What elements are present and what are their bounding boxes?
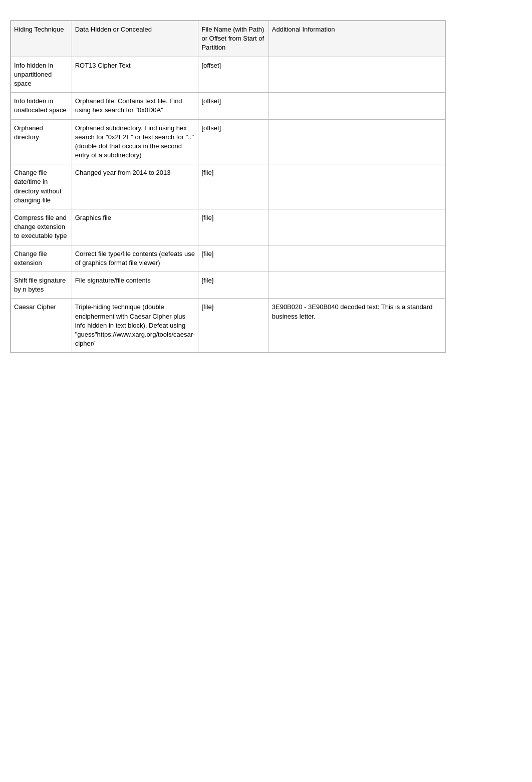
cell-data: Triple-hiding technique (double encipher… — [72, 299, 198, 353]
cell-technique: Caesar Cipher — [11, 299, 72, 353]
cell-data: File signature/file contents — [72, 272, 198, 298]
cell-technique: Change file date/time in directory witho… — [11, 164, 72, 209]
cell-data: ROT13 Cipher Text — [72, 57, 198, 93]
cell-data: Orphaned subdirectory. Find using hex se… — [72, 119, 198, 164]
cell-filename: [offset] — [198, 93, 269, 119]
cell-data: Changed year from 2014 to 2013 — [72, 164, 198, 209]
cell-filename: [file] — [198, 299, 269, 353]
header-technique: Hiding Technique — [11, 21, 72, 57]
table-row: Orphaned directoryOrphaned subdirectory.… — [11, 119, 445, 164]
table-row: Info hidden in unpartitioned spaceROT13 … — [11, 57, 445, 93]
cell-additional — [269, 164, 445, 209]
cell-technique: Info hidden in unpartitioned space — [11, 57, 72, 93]
table-row: Info hidden in unallocated spaceOrphaned… — [11, 93, 445, 119]
cell-technique: Change file extension — [11, 245, 72, 272]
cell-additional: 3E90B020 - 3E90B040 decoded text: This i… — [269, 299, 445, 353]
cell-additional — [269, 272, 445, 298]
table-row: Caesar CipherTriple-hiding technique (do… — [11, 299, 445, 353]
table-row: Compress file and change extension to ex… — [11, 209, 445, 245]
cell-technique: Shift file signature by n bytes — [11, 272, 72, 298]
cell-additional — [269, 93, 445, 119]
cell-filename: [file] — [198, 272, 269, 298]
table-row: Shift file signature by n bytesFile sign… — [11, 272, 445, 298]
cell-technique: Compress file and change extension to ex… — [11, 209, 72, 245]
table-row: Change file extensionCorrect file type/f… — [11, 245, 445, 272]
cell-filename: [offset] — [198, 119, 269, 164]
cell-filename: [file] — [198, 209, 269, 245]
cell-filename: [offset] — [198, 57, 269, 93]
cell-additional — [269, 119, 445, 164]
main-table-wrapper: Hiding Technique Data Hidden or Conceale… — [10, 20, 446, 353]
cell-data: Orphaned file. Contains text file. Find … — [72, 93, 198, 119]
cell-additional — [269, 245, 445, 272]
cell-filename: [file] — [198, 245, 269, 272]
cell-data: Graphics file — [72, 209, 198, 245]
cell-additional — [269, 209, 445, 245]
cell-additional — [269, 57, 445, 93]
cell-technique: Info hidden in unallocated space — [11, 93, 72, 119]
cell-filename: [file] — [198, 164, 269, 209]
header-filename: File Name (with Path) or Offset from Sta… — [198, 21, 269, 57]
header-additional: Additional Information — [269, 21, 445, 57]
table-header-row: Hiding Technique Data Hidden or Conceale… — [11, 21, 445, 57]
steganography-table: Hiding Technique Data Hidden or Conceale… — [11, 21, 445, 353]
cell-technique: Orphaned directory — [11, 119, 72, 164]
table-row: Change file date/time in directory witho… — [11, 164, 445, 209]
header-data: Data Hidden or Concealed — [72, 21, 198, 57]
cell-data: Correct file type/file contents (defeats… — [72, 245, 198, 272]
